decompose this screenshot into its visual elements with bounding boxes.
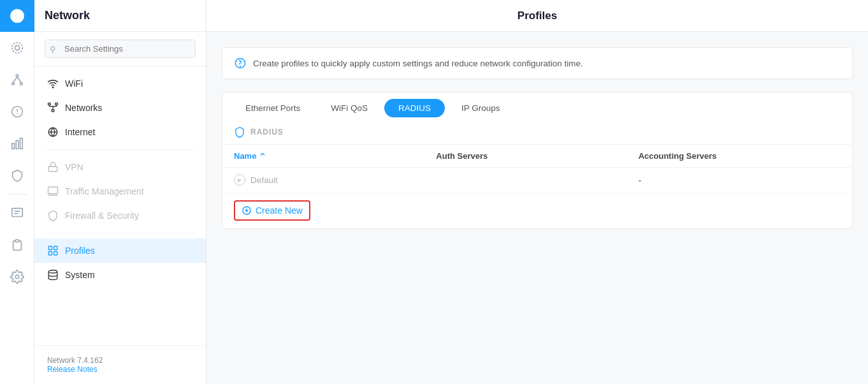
info-light-icon xyxy=(234,57,247,70)
svg-point-2 xyxy=(11,43,22,54)
col-accounting-servers-header: Accounting Servers xyxy=(639,151,841,161)
table-row: ▶ Default - xyxy=(222,168,852,193)
svg-point-36 xyxy=(48,270,57,274)
sidebar-item-profiles-label: Profiles xyxy=(65,246,95,256)
nav-home[interactable] xyxy=(0,32,34,64)
sidebar-item-internet[interactable]: Internet xyxy=(34,120,206,144)
sidebar-item-system-label: System xyxy=(65,270,95,280)
alerts-icon xyxy=(10,206,24,220)
sidebar-item-firewall-label: Firewall & Security xyxy=(65,210,139,221)
version-text: Network 7.4.162 xyxy=(47,356,193,365)
sidebar-item-traffic-label: Traffic Management xyxy=(65,186,144,196)
nav-alerts[interactable] xyxy=(0,197,34,229)
nav-logs[interactable] xyxy=(0,229,34,261)
plus-circle-icon xyxy=(242,205,252,216)
info-banner-text: Create profiles to quickly apply custom … xyxy=(253,59,583,68)
vpn-icon xyxy=(47,161,59,173)
sidebar-item-traffic-management: Traffic Management xyxy=(34,179,206,203)
main-header: Profiles xyxy=(206,0,868,32)
svg-rect-22 xyxy=(52,110,54,112)
tab-ip-groups[interactable]: IP Groups xyxy=(447,99,514,117)
traffic-icon xyxy=(47,186,59,197)
radius-table-card: RADIUS Name Auth Servers Accounting Serv… xyxy=(222,117,853,229)
svg-rect-35 xyxy=(54,252,57,255)
svg-rect-29 xyxy=(48,166,57,172)
nav-settings[interactable] xyxy=(0,261,34,293)
main-content: Profiles Create profiles to quickly appl… xyxy=(206,0,868,384)
create-new-row: Create New xyxy=(222,193,852,228)
wifi-icon xyxy=(47,78,59,89)
col-auth-servers-header: Auth Servers xyxy=(436,151,638,161)
sidebar-item-firewall: Firewall & Security xyxy=(34,203,206,228)
security-shield-icon xyxy=(10,168,24,182)
svg-rect-30 xyxy=(48,187,58,194)
nav-topology[interactable] xyxy=(0,64,34,96)
col-name-header: Name xyxy=(234,151,436,161)
sidebar-item-vpn-label: VPN xyxy=(65,162,83,172)
svg-rect-17 xyxy=(15,240,19,242)
svg-rect-32 xyxy=(48,246,52,249)
app-logo[interactable] xyxy=(0,0,34,32)
nav-security[interactable] xyxy=(0,159,34,191)
svg-point-0 xyxy=(10,9,24,23)
create-new-label: Create New xyxy=(256,205,303,216)
radius-section-label: RADIUS xyxy=(250,128,284,137)
row-name-text: Default xyxy=(250,175,278,185)
svg-rect-20 xyxy=(48,103,51,105)
svg-point-3 xyxy=(16,75,18,77)
release-notes-link[interactable]: Release Notes xyxy=(47,365,98,374)
sidebar-item-vpn: VPN xyxy=(34,155,206,179)
status-icon xyxy=(10,105,24,119)
nav-divider-2 xyxy=(45,233,196,233)
home-icon xyxy=(10,41,24,55)
statistics-icon xyxy=(10,137,24,151)
nav-status[interactable] xyxy=(0,96,34,128)
play-icon: ▶ xyxy=(234,174,245,186)
sidebar-item-networks[interactable]: Networks xyxy=(34,96,206,120)
sidebar-item-wifi[interactable]: WiFi xyxy=(34,71,206,96)
svg-rect-21 xyxy=(55,103,58,105)
tab-radius[interactable]: RADIUS xyxy=(384,99,445,117)
create-new-button[interactable]: Create New xyxy=(234,200,310,221)
svg-line-6 xyxy=(13,77,17,82)
sort-icon xyxy=(259,152,266,160)
radius-section-header: RADIUS xyxy=(222,117,852,145)
row-name-cell: ▶ Default xyxy=(234,174,436,186)
svg-rect-11 xyxy=(11,144,14,149)
svg-point-1 xyxy=(15,45,19,50)
svg-line-7 xyxy=(17,77,21,82)
info-banner: Create profiles to quickly apply custom … xyxy=(222,47,853,79)
tabs-container: Ethernet Ports WiFi QoS RADIUS IP Groups xyxy=(222,92,853,117)
svg-rect-34 xyxy=(48,252,52,255)
profiles-icon xyxy=(47,245,59,256)
sidebar-item-profiles[interactable]: Profiles xyxy=(34,239,206,263)
sidebar-title-text: Network xyxy=(45,9,90,22)
network-icon xyxy=(47,102,59,114)
svg-rect-12 xyxy=(16,140,18,149)
logs-icon xyxy=(10,238,24,252)
sidebar-item-system[interactable]: System xyxy=(34,263,206,287)
sidebar-item-internet-label: Internet xyxy=(65,127,95,137)
main-body: Create profiles to quickly apply custom … xyxy=(206,32,868,384)
tab-wifi-qos[interactable]: WiFi QoS xyxy=(317,99,382,117)
svg-point-4 xyxy=(11,83,14,85)
search-input[interactable] xyxy=(45,40,196,58)
svg-point-19 xyxy=(52,87,54,88)
sidebar-item-wifi-label: WiFi xyxy=(65,78,83,89)
gear-icon xyxy=(10,270,24,284)
svg-rect-14 xyxy=(11,209,22,217)
page-title: Profiles xyxy=(517,10,557,22)
system-icon xyxy=(47,269,59,281)
internet-icon xyxy=(47,126,59,138)
tab-ethernet-ports[interactable]: Ethernet Ports xyxy=(231,99,314,117)
logo-icon xyxy=(9,8,25,24)
search-icon: ⚲ xyxy=(50,44,56,54)
svg-point-5 xyxy=(20,83,22,85)
nav-divider-1 xyxy=(45,149,196,150)
topology-icon xyxy=(10,73,24,87)
shield-icon xyxy=(47,210,59,221)
sidebar-search-container: ⚲ xyxy=(34,32,206,66)
nav-statistics[interactable] xyxy=(0,128,34,159)
sidebar-footer: Network 7.4.162 Release Notes xyxy=(34,345,206,384)
row-accounting-servers: - xyxy=(639,175,841,185)
